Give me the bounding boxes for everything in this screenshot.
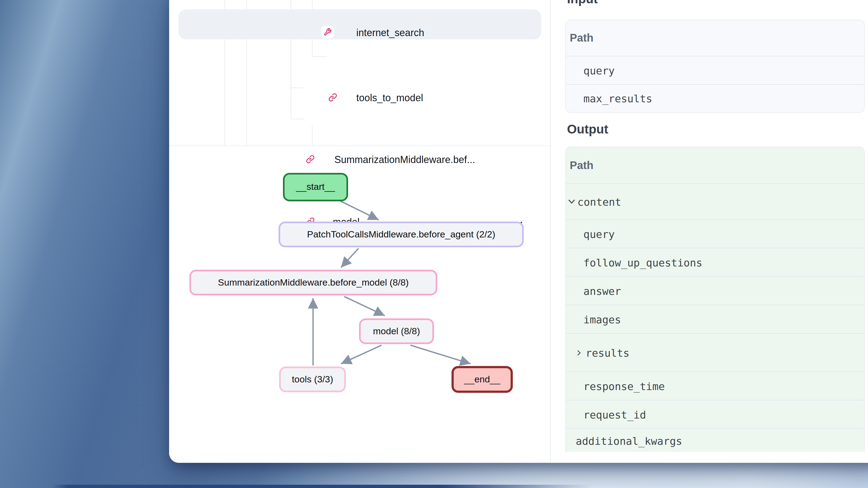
path-label: content [578, 196, 621, 207]
path-label: answer [583, 285, 621, 297]
path-row[interactable]: request_id [566, 400, 864, 428]
path-row[interactable]: follow_up_questions [566, 248, 864, 276]
node-label: PatchToolCallsMiddleware.before_agent (2… [307, 229, 495, 240]
trace-tree: internet_search tools_to_model [169, 0, 550, 146]
output-section-title: Output [567, 123, 608, 136]
path-row[interactable]: max_results [566, 84, 864, 112]
graph-node-summarization-middleware[interactable]: SummarizationMiddleware.before_model (8/… [189, 270, 437, 295]
graph-node-end[interactable]: __end__ [452, 366, 513, 393]
chevron-right-icon[interactable] [576, 349, 582, 356]
desktop-bottom-bar [52, 485, 593, 488]
chevron-down-icon[interactable] [567, 197, 576, 206]
graph-node-tools[interactable]: tools (3/3) [279, 366, 346, 392]
trace-pane: internet_search tools_to_model [169, 0, 551, 463]
path-column-header: Path [566, 20, 864, 56]
graph-node-start[interactable]: __start__ [283, 173, 348, 201]
tool-icon-box [321, 26, 334, 38]
path-label: follow_up_questions [583, 256, 703, 268]
run-inspector-pane: Input Path querymax_results Output Path … [551, 0, 868, 463]
path-label: images [583, 313, 621, 325]
tree-row-model[interactable]: model [169, 103, 550, 134]
path-label: additional_kwargs [576, 435, 682, 447]
tree-row-internet-search[interactable]: internet_search [169, 9, 550, 39]
path-row[interactable]: response_time [566, 371, 864, 400]
node-label: SummarizationMiddleware.before_model (8/… [218, 277, 408, 288]
path-row[interactable]: answer [566, 276, 864, 305]
graph-edges [169, 145, 550, 463]
input-section-title: Input [567, 0, 598, 5]
window-content: internet_search tools_to_model [169, 0, 868, 463]
path-row[interactable]: query [566, 56, 864, 84]
path-row[interactable]: additional_kwargs [566, 428, 864, 452]
node-label: tools (3/3) [292, 374, 333, 385]
wrench-icon [323, 28, 332, 36]
tree-row-tools-to-model[interactable]: tools_to_model [169, 41, 550, 72]
output-path-table: Path contentqueryfollow_up_questionsansw… [565, 147, 865, 452]
path-row[interactable]: results [566, 333, 864, 371]
agent-graph: __start__ PatchToolCallsMiddleware.befor… [169, 145, 550, 463]
app-window: internet_search tools_to_model [169, 0, 868, 463]
tree-row-summarization-middleware[interactable]: SummarizationMiddleware.bef... [169, 72, 550, 103]
path-label: query [583, 228, 615, 240]
path-column-header: Path [566, 147, 864, 183]
path-label: request_id [583, 409, 646, 420]
node-label: model (8/8) [373, 326, 420, 337]
path-label: query [583, 64, 615, 76]
path-label: max_results [583, 93, 652, 104]
graph-node-patch-tool-calls-middleware[interactable]: PatchToolCallsMiddleware.before_agent (2… [279, 222, 524, 247]
input-path-table: Path querymax_results [565, 20, 865, 113]
path-row[interactable]: content [566, 183, 864, 219]
node-label: __start__ [296, 182, 335, 193]
path-label: response_time [583, 380, 665, 392]
path-row[interactable]: query [566, 219, 864, 248]
path-row[interactable]: images [566, 305, 864, 333]
graph-node-model[interactable]: model (8/8) [359, 318, 434, 344]
tree-row-label: internet_search [356, 27, 424, 39]
path-label: results [586, 347, 629, 359]
node-label: __end__ [464, 374, 500, 385]
